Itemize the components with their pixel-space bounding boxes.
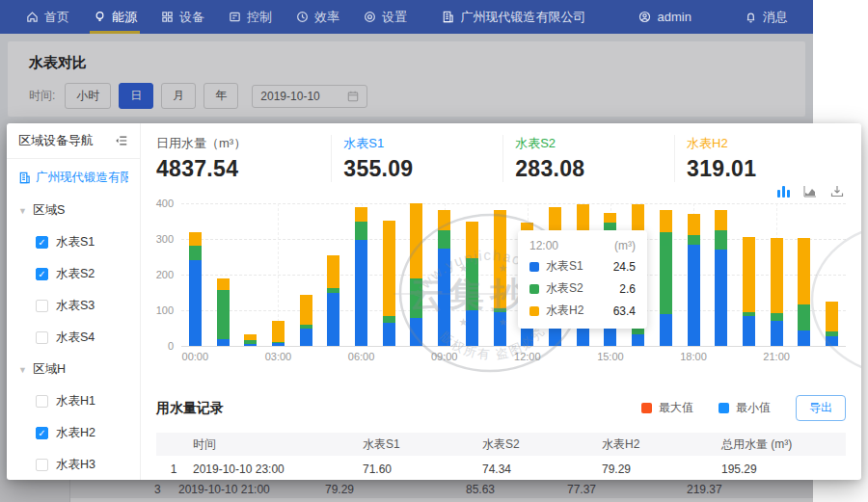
bar-slot-11:00[interactable] (486, 203, 514, 346)
bar-slot-10:00[interactable] (458, 203, 486, 346)
x-tick-label: 12:00 (513, 351, 541, 362)
stacked-bar-21:00 (771, 238, 783, 346)
checkbox-水表S3[interactable] (36, 300, 48, 312)
tree-item-label: 水表S2 (56, 266, 95, 282)
bar-slot-06:00[interactable] (347, 203, 375, 346)
bar-segment-水表S2 (466, 258, 478, 310)
stacked-bar-10:00 (466, 222, 478, 346)
records-table-body: 12019-10-10 23:0071.6074.3479.29195.29 (156, 456, 846, 480)
bar-segment-水表S1 (577, 327, 589, 346)
checkbox-水表S4[interactable] (36, 331, 48, 344)
bar-slot-00:00[interactable] (181, 203, 209, 346)
tooltip-unit: (m³) (614, 239, 636, 252)
checkbox-水表H3[interactable] (36, 459, 48, 471)
bar-slot-07:00[interactable] (375, 203, 403, 346)
bar-segment-水表S2 (189, 246, 202, 261)
bar-slot-05:00[interactable] (320, 203, 348, 346)
bar-segment-水表S2 (660, 232, 672, 315)
header-水表S1: 水表S1 (361, 436, 480, 453)
checkbox-水表S2[interactable]: ✓ (36, 268, 48, 280)
stat-value: 319.01 (687, 156, 846, 182)
navbar-user[interactable]: admin (627, 0, 703, 34)
download-icon[interactable] (830, 185, 844, 198)
bar-segment-水表S2 (771, 313, 783, 322)
nav-item-label: 设置 (382, 9, 407, 26)
bar-segment-水表H2 (688, 214, 700, 235)
area-chart-icon[interactable] (803, 185, 817, 198)
stacked-bar-05:00 (327, 255, 339, 346)
bar-slot-23:00[interactable] (818, 203, 846, 346)
bar-segment-水表S1 (715, 250, 727, 346)
bar-slot-18:00[interactable] (680, 203, 708, 346)
nav-item-control[interactable]: 控制 (216, 0, 284, 34)
export-button[interactable]: 导出 (796, 395, 846, 421)
checkbox-水表S1[interactable]: ✓ (36, 236, 48, 249)
stacked-bar-02:00 (244, 334, 257, 346)
bar-slot-20:00[interactable] (735, 203, 763, 346)
tree-item-label: 水表H2 (56, 425, 95, 441)
stats-row: 日用水量（m³）4837.54水表S1355.09水表S2283.08水表H23… (156, 135, 846, 182)
stat-block-2: 水表S2283.08 (502, 135, 674, 182)
bar-segment-水表H2 (826, 302, 838, 331)
tooltip-row-水表S2: 水表S22.6 (529, 280, 636, 297)
series-label: 水表S1 (546, 258, 583, 275)
stat-block-1: 水表S1355.09 (331, 135, 502, 182)
tree-item-水表H2[interactable]: ✓水表H2 (7, 417, 140, 449)
tree-item-水表S3[interactable]: 水表S3 (7, 290, 140, 322)
bar-slot-21:00[interactable] (763, 203, 791, 346)
stat-block-3: 水表H2319.01 (674, 135, 846, 182)
nav-item-home[interactable]: 首页 (14, 0, 81, 34)
navbar-messages[interactable]: 消息 (732, 0, 800, 34)
bar-slot-09:00[interactable] (430, 203, 458, 346)
tree-item-水表H3[interactable]: 水表H3 (7, 449, 140, 480)
x-tick-label (320, 351, 348, 362)
stat-label: 日用水量（m³） (156, 135, 331, 152)
modal-main: 日用水量（m³）4837.54水表S1355.09水表S2283.08水表H23… (141, 123, 861, 480)
bar-segment-水表S2 (217, 290, 230, 339)
tree-item-水表S1[interactable]: ✓水表S1 (7, 226, 140, 258)
nav-item-settings[interactable]: 设置 (351, 0, 419, 34)
bar-segment-水表S1 (327, 293, 339, 346)
bar-segment-水表S1 (383, 323, 395, 346)
navbar-menu: 首页能源设备控制效率设置 (14, 0, 419, 34)
bar-segment-水表H2 (383, 221, 395, 316)
x-tick-label (458, 351, 486, 362)
tree-group-区域S[interactable]: ▼区域S (7, 195, 140, 226)
sidebar-company-node[interactable]: 广州现代锻造有限... (7, 159, 140, 191)
tree-item-水表S2[interactable]: ✓水表S2 (7, 258, 140, 290)
bar-slot-02:00[interactable] (236, 203, 264, 346)
tree-item-水表H1[interactable]: 水表H1 (7, 385, 140, 417)
efficiency-icon (295, 11, 309, 24)
x-tick-label: 09:00 (430, 351, 458, 362)
series-swatch (529, 306, 539, 316)
user-icon (638, 11, 652, 24)
cell-index: 1 (156, 462, 191, 476)
navbar-company[interactable]: 广州现代锻造有限公司 (430, 0, 598, 34)
nav-item-device[interactable]: 设备 (149, 0, 216, 34)
tree-item-水表S4[interactable]: 水表S4 (7, 322, 140, 354)
nav-item-energy[interactable]: 能源 (81, 0, 149, 34)
records-title: 用水量记录 (156, 400, 224, 417)
tree-item-label: 水表S3 (56, 298, 95, 314)
bar-slot-17:00[interactable] (652, 203, 680, 346)
bar-slot-04:00[interactable] (292, 203, 320, 346)
x-tick-label: 00:00 (181, 351, 209, 362)
legend-swatch (719, 403, 729, 413)
device-tree: ▼区域S✓水表S1✓水表S2水表S3水表S4▼区域H水表H1✓水表H2水表H3水… (7, 191, 140, 480)
bar-slot-19:00[interactable] (707, 203, 735, 346)
bar-slot-03:00[interactable] (264, 203, 292, 346)
screen: 首页能源设备控制效率设置 广州现代锻造有限公司 admin 消息 水表对比 (0, 0, 868, 502)
series-swatch (529, 284, 539, 294)
checkbox-水表H1[interactable] (36, 395, 48, 408)
nav-item-efficiency[interactable]: 效率 (284, 0, 351, 34)
bar-segment-水表S1 (189, 260, 202, 346)
bar-slot-08:00[interactable] (403, 203, 431, 346)
collapse-sidebar-icon[interactable] (115, 134, 128, 147)
bar-slot-22:00[interactable] (790, 203, 818, 346)
x-tick-label (292, 351, 320, 362)
records-legend: 最大值最小值 (641, 400, 771, 416)
bar-chart-icon[interactable] (777, 186, 790, 198)
checkbox-水表H2[interactable]: ✓ (36, 427, 48, 439)
bar-slot-01:00[interactable] (209, 203, 237, 346)
tree-group-区域H[interactable]: ▼区域H (7, 354, 140, 385)
